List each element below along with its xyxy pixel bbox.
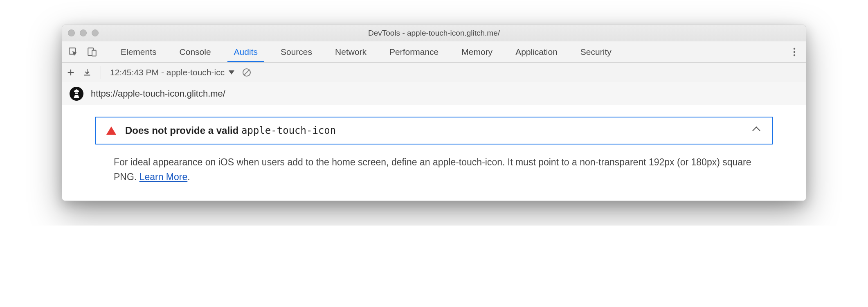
tab-memory[interactable]: Memory: [450, 41, 504, 62]
svg-point-5: [794, 54, 795, 56]
devtools-window: DevTools - apple-touch-icon.glitch.me/ E…: [62, 25, 806, 201]
tab-audits[interactable]: Audits: [223, 41, 269, 62]
audit-title: Does not provide a valid apple-touch-ico…: [125, 125, 744, 136]
tab-label: Application: [515, 47, 558, 57]
tab-label: Console: [180, 47, 211, 57]
svg-point-3: [794, 47, 795, 49]
svg-point-4: [794, 51, 795, 52]
new-audit-icon[interactable]: [66, 68, 75, 77]
toolbar-separator: [101, 66, 101, 79]
audit-item[interactable]: Does not provide a valid apple-touch-ico…: [95, 117, 773, 144]
tab-label: Memory: [461, 47, 492, 57]
panel-tabs-row: Elements Console Audits Sources Network …: [62, 41, 806, 63]
tab-label: Sources: [281, 47, 312, 57]
chevron-up-icon[interactable]: [752, 126, 760, 135]
audits-toolbar: 12:45:43 PM - apple-touch-icc: [62, 63, 806, 82]
more-menu-icon[interactable]: [786, 41, 803, 62]
tab-security[interactable]: Security: [569, 41, 623, 62]
audit-description: For ideal appearance on iOS when users a…: [95, 155, 773, 184]
learn-more-link[interactable]: Learn More: [139, 172, 188, 182]
tab-label: Performance: [389, 47, 438, 57]
tab-console[interactable]: Console: [168, 41, 223, 62]
fail-triangle-icon: [106, 126, 116, 135]
inspect-controls: [65, 41, 105, 62]
run-selector[interactable]: 12:45:43 PM - apple-touch-icc: [110, 68, 234, 77]
audit-title-code: apple-touch-icon: [241, 125, 336, 136]
tab-sources[interactable]: Sources: [269, 41, 324, 62]
chevron-down-icon: [229, 70, 234, 74]
svg-rect-2: [92, 50, 96, 56]
audit-description-text: For ideal appearance on iOS when users a…: [114, 157, 751, 182]
tab-application[interactable]: Application: [504, 41, 569, 62]
minimize-dot[interactable]: [80, 29, 87, 36]
tested-url: https://apple-touch-icon.glitch.me/: [91, 88, 225, 99]
zoom-dot[interactable]: [92, 29, 99, 36]
svg-rect-8: [75, 94, 78, 95]
traffic-lights: [62, 29, 99, 36]
titlebar: DevTools - apple-touch-icon.glitch.me/: [62, 25, 806, 41]
inspect-element-icon[interactable]: [68, 47, 79, 57]
device-toolbar-icon[interactable]: [87, 47, 97, 57]
tab-label: Network: [335, 47, 367, 57]
panel-tabs: Elements Console Audits Sources Network …: [109, 41, 786, 62]
tab-elements[interactable]: Elements: [109, 41, 168, 62]
tab-performance[interactable]: Performance: [378, 41, 450, 62]
audit-content: Does not provide a valid apple-touch-ico…: [62, 105, 806, 201]
audit-title-prefix: Does not provide a valid: [125, 125, 241, 136]
lighthouse-icon: [70, 87, 83, 101]
download-icon[interactable]: [83, 68, 92, 77]
tab-label: Security: [580, 47, 612, 57]
audit-description-period: .: [187, 172, 190, 182]
tab-label: Elements: [121, 47, 157, 57]
clear-icon[interactable]: [242, 68, 252, 77]
report-url-row: https://apple-touch-icon.glitch.me/: [62, 82, 806, 105]
run-selector-label: 12:45:43 PM - apple-touch-icc: [110, 68, 225, 77]
tab-label: Audits: [234, 47, 258, 57]
close-dot[interactable]: [68, 29, 75, 36]
tab-network[interactable]: Network: [324, 41, 378, 62]
svg-rect-7: [75, 93, 78, 93]
window-title: DevTools - apple-touch-icon.glitch.me/: [62, 29, 806, 38]
